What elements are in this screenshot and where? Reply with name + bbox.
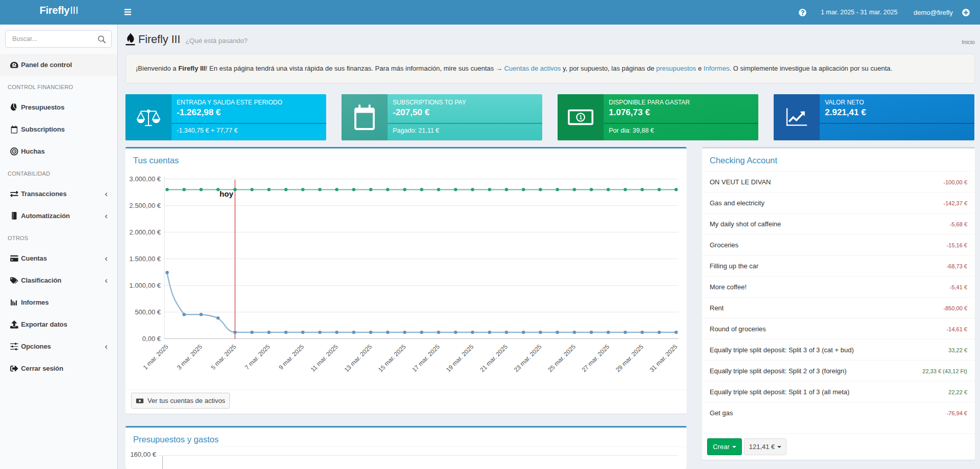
svg-text:1 mar. 2025: 1 mar. 2025 [142, 343, 170, 371]
svg-text:15 mar. 2025: 15 mar. 2025 [377, 343, 408, 374]
svg-text:1: 1 [579, 115, 582, 120]
svg-text:3.000,00 €: 3.000,00 € [130, 175, 161, 183]
svg-text:9 mar. 2025: 9 mar. 2025 [278, 343, 306, 371]
svg-text:13 mar. 2025: 13 mar. 2025 [343, 343, 374, 374]
svg-text:0,00 €: 0,00 € [142, 335, 161, 343]
svg-text:25 mar. 2025: 25 mar. 2025 [546, 343, 577, 374]
svg-text:7 mar. 2025: 7 mar. 2025 [243, 343, 271, 371]
svg-text:1: 1 [139, 400, 140, 402]
svg-text:1.000,00 €: 1.000,00 € [130, 282, 161, 289]
svg-text:1.500,00 €: 1.500,00 € [130, 255, 161, 263]
svg-text:21 mar. 2025: 21 mar. 2025 [479, 343, 509, 374]
svg-text:hoy: hoy [220, 189, 233, 198]
svg-text:27 mar. 2025: 27 mar. 2025 [581, 343, 611, 374]
svg-text:29 mar. 2025: 29 mar. 2025 [614, 343, 645, 374]
svg-text:19 mar. 2025: 19 mar. 2025 [444, 343, 475, 374]
svg-text:2.500,00 €: 2.500,00 € [130, 202, 161, 209]
svg-text:11 mar. 2025: 11 mar. 2025 [309, 343, 339, 373]
svg-text:23 mar. 2025: 23 mar. 2025 [513, 343, 543, 374]
svg-text:2.000,00 €: 2.000,00 € [130, 228, 161, 236]
svg-text:5 mar. 2025: 5 mar. 2025 [209, 343, 238, 371]
svg-text:17 mar. 2025: 17 mar. 2025 [411, 343, 441, 374]
svg-text:31 mar. 2025: 31 mar. 2025 [648, 343, 679, 374]
svg-text:3 mar. 2025: 3 mar. 2025 [176, 343, 204, 371]
svg-text:500,00 €: 500,00 € [135, 308, 161, 316]
